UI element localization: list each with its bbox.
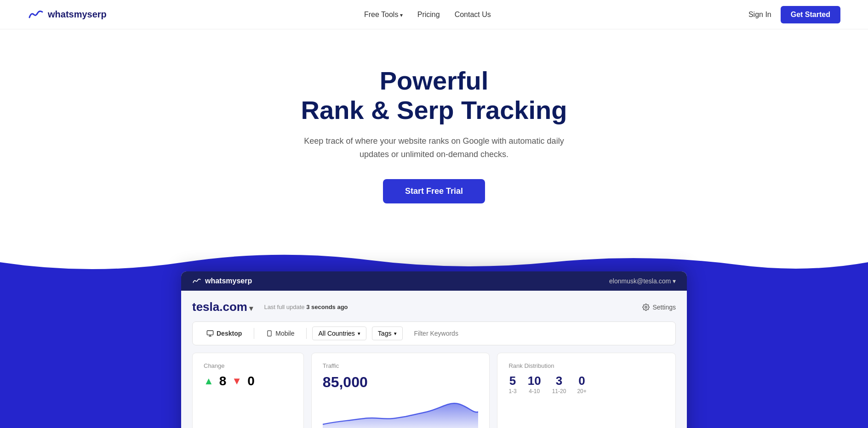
settings-button[interactable]: Settings (642, 304, 676, 311)
change-down-icon: ▼ (232, 375, 242, 387)
domain-update-text: Last full update 3 seconds ago (264, 304, 348, 310)
filter-desktop[interactable]: Desktop (200, 327, 248, 340)
update-time: 3 seconds ago (306, 304, 348, 310)
logo[interactable]: whatsmyserp (28, 9, 107, 20)
demo-section: whatsmyserp elonmusk@tesla.com tesla.com… (0, 248, 868, 428)
nav-actions: Sign In Get Started (748, 6, 840, 23)
filter-tags[interactable]: Tags (372, 327, 403, 340)
domain-name[interactable]: tesla.com (192, 300, 253, 314)
keyword-filter-input[interactable] (408, 327, 668, 340)
nav-free-tools[interactable]: Free Tools (364, 11, 403, 19)
svg-point-0 (645, 306, 647, 308)
nav-links: Free Tools Pricing Contact Us (364, 11, 491, 19)
nav-pricing[interactable]: Pricing (417, 11, 440, 19)
rank-item-2: 3 11-20 (552, 374, 566, 394)
topbar-logo-text: whatsmyserp (205, 277, 252, 285)
start-trial-button[interactable]: Start Free Trial (383, 179, 485, 203)
rank-dist-label: Rank Distribution (508, 362, 664, 369)
svg-rect-1 (207, 331, 213, 335)
topbar-user[interactable]: elonmusk@tesla.com (609, 277, 676, 285)
filter-row: Desktop Mobile All Countries Tags (192, 321, 676, 345)
rank-item-3: 0 20+ (577, 374, 586, 394)
change-label: Change (204, 362, 292, 369)
change-up-icon: ▲ (204, 375, 214, 387)
change-down-value: 0 (247, 374, 255, 389)
mobile-icon (266, 330, 273, 337)
nav-contact[interactable]: Contact Us (455, 11, 491, 19)
filter-divider-1 (254, 328, 254, 339)
app-topbar: whatsmyserp elonmusk@tesla.com (181, 271, 687, 291)
change-up-value: 8 (219, 374, 227, 389)
logo-text: whatsmyserp (48, 9, 107, 20)
change-values: ▲ 8 ▼ 0 (204, 374, 292, 389)
app-window: whatsmyserp elonmusk@tesla.com tesla.com… (181, 271, 687, 428)
sign-in-button[interactable]: Sign In (748, 11, 771, 19)
hero-title: Powerful Rank & Serp Tracking (9, 66, 859, 125)
change-card: Change ▲ 8 ▼ 0 (192, 353, 304, 428)
gear-icon (642, 304, 650, 311)
navbar: whatsmyserp Free Tools Pricing Contact U… (0, 0, 868, 29)
traffic-value: 85,000 (323, 374, 479, 391)
hero-section: Powerful Rank & Serp Tracking Keep track… (0, 29, 868, 249)
filter-divider-2 (306, 328, 307, 339)
traffic-chart (323, 394, 479, 428)
desktop-icon (206, 330, 214, 337)
get-started-button[interactable]: Get Started (781, 6, 840, 23)
stats-row: Change ▲ 8 ▼ 0 Traffic 85,000 (192, 353, 676, 428)
filter-countries[interactable]: All Countries (312, 327, 366, 340)
traffic-card: Traffic 85,000 (311, 353, 490, 428)
topbar-logo: whatsmyserp (192, 277, 252, 285)
rank-dist-card: Rank Distribution 5 1-3 10 4-10 3 11-20 (497, 353, 676, 428)
rank-item-0: 5 1-3 (508, 374, 516, 394)
traffic-label: Traffic (323, 362, 479, 369)
domain-row: tesla.com Last full update 3 seconds ago… (192, 300, 676, 314)
rank-item-1: 10 4-10 (528, 374, 541, 394)
hero-subtitle: Keep track of where your website ranks o… (301, 135, 567, 161)
svg-rect-4 (268, 331, 271, 337)
app-content: tesla.com Last full update 3 seconds ago… (181, 291, 687, 428)
settings-label: Settings (652, 304, 676, 311)
rank-dist-values: 5 1-3 10 4-10 3 11-20 0 (508, 374, 664, 394)
filter-mobile[interactable]: Mobile (260, 327, 301, 340)
